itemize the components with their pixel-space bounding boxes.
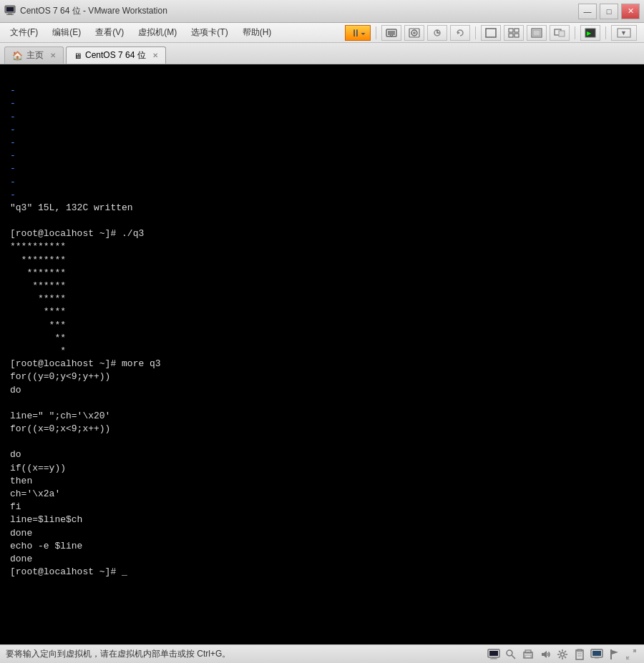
svg-rect-1 [6, 7, 14, 11]
svg-rect-26 [492, 657, 496, 659]
terminal[interactable]: - - - - - - - - - "q3" 15L, 132C written… [0, 64, 644, 599]
svg-rect-42 [610, 649, 612, 659]
status-icons [487, 648, 638, 661]
svg-point-34 [561, 652, 565, 656]
normal-view-button[interactable] [481, 25, 501, 41]
svg-rect-2 [8, 13, 12, 14]
svg-rect-3 [6, 14, 14, 15]
screenshot-button[interactable] [404, 25, 424, 41]
centos-tab-icon: 🖥 [74, 51, 82, 60]
toolbar-separator-2 [475, 26, 476, 39]
revert-button[interactable] [450, 25, 470, 41]
svg-rect-5 [388, 31, 395, 35]
status-vm-icon[interactable] [487, 648, 501, 661]
menu-tabs[interactable]: 选项卡(T) [184, 24, 235, 41]
menu-view[interactable]: 查看(V) [88, 24, 131, 41]
svg-point-28 [507, 650, 512, 656]
svg-rect-40 [592, 651, 601, 656]
svg-rect-25 [489, 651, 498, 656]
status-audio-icon[interactable] [538, 648, 552, 661]
svg-text:▶: ▶ [587, 30, 592, 36]
maximize-button[interactable]: □ [600, 4, 618, 19]
svg-rect-41 [595, 657, 599, 659]
status-search-icon[interactable] [504, 648, 518, 661]
multimon-button[interactable] [550, 25, 570, 41]
status-text: 要将输入定向到虚拟机，请在虚拟机内部单击或按 Ctrl+G。 [6, 648, 230, 660]
app-icon [4, 4, 16, 18]
tab-home[interactable]: 🏠 主页 ✕ [4, 46, 64, 64]
minimize-button[interactable]: — [578, 4, 597, 19]
svg-rect-13 [514, 29, 519, 32]
status-flag-icon[interactable] [607, 648, 621, 661]
menu-edit[interactable]: 编辑(E) [45, 24, 88, 41]
menu-vm[interactable]: 虚拟机(M) [131, 24, 184, 41]
svg-point-7 [413, 31, 416, 34]
menu-bar: 文件(F) 编辑(E) 查看(V) 虚拟机(M) 选项卡(T) 帮助(H) ⏸▾ [0, 23, 644, 43]
toolbar-separator-3 [575, 26, 575, 39]
svg-rect-12 [509, 29, 513, 32]
svg-marker-43 [612, 650, 618, 654]
unity-view-button[interactable] [504, 25, 524, 41]
svg-rect-31 [525, 650, 531, 653]
toolbar-separator-4 [605, 26, 606, 39]
status-network-icon[interactable] [590, 648, 604, 661]
title-bar: CentOS 7 64 位 - VMware Workstation — □ ✕ [0, 0, 644, 23]
svg-rect-17 [533, 30, 540, 36]
tab-centos-label: CentOS 7 64 位 [85, 49, 146, 62]
title-left: CentOS 7 64 位 - VMware Workstation [4, 4, 167, 18]
close-button[interactable]: ✕ [621, 4, 640, 19]
tab-bar: 🏠 主页 ✕ 🖥 CentOS 7 64 位 ✕ [0, 43, 644, 64]
fullscreen-button[interactable] [527, 25, 547, 41]
term-line-written: "q3" 15L, 132C written [10, 202, 133, 213]
menu-help[interactable]: 帮助(H) [235, 24, 279, 41]
snapshot-button[interactable] [427, 25, 447, 41]
term-line-1: - - - - - - - - - [10, 85, 16, 200]
pause-button[interactable]: ⏸▾ [345, 25, 371, 41]
extra-button[interactable]: ▼ [611, 25, 637, 41]
window-controls: — □ ✕ [578, 4, 640, 19]
svg-line-29 [512, 655, 515, 659]
tab-home-label: 主页 [26, 49, 44, 62]
svg-marker-10 [457, 31, 460, 34]
svg-text:▼: ▼ [620, 29, 627, 36]
svg-rect-14 [509, 34, 513, 37]
tab-home-close[interactable]: ✕ [50, 51, 56, 59]
svg-rect-27 [490, 658, 497, 659]
menu-file[interactable]: 文件(F) [3, 24, 45, 41]
svg-rect-11 [486, 29, 496, 37]
svg-rect-19 [559, 31, 565, 36]
status-bar: 要将输入定向到虚拟机，请在虚拟机内部单击或按 Ctrl+G。 [0, 644, 644, 663]
toolbar-separator-1 [376, 26, 376, 39]
window-title: CentOS 7 64 位 - VMware Workstation [20, 5, 167, 17]
send-ctrlaltdel-button[interactable] [381, 25, 401, 41]
term-line-run: [root@localhost ~]# ./q3 ********** ****… [10, 228, 161, 577]
tab-centos-close[interactable]: ✕ [152, 51, 158, 59]
toolbar: ⏸▾ [345, 25, 641, 41]
svg-rect-15 [514, 34, 519, 37]
status-clipboard-icon[interactable] [572, 648, 587, 661]
status-resize-icon [624, 648, 638, 661]
home-icon: 🏠 [12, 51, 23, 61]
status-settings-icon[interactable] [555, 648, 570, 661]
svg-marker-33 [542, 651, 547, 658]
tab-centos[interactable]: 🖥 CentOS 7 64 位 ✕ [66, 46, 166, 64]
status-print-icon[interactable] [521, 648, 535, 661]
main-area[interactable]: - - - - - - - - - "q3" 15L, 132C written… [0, 64, 644, 644]
console-button[interactable]: ▶ [580, 25, 600, 41]
